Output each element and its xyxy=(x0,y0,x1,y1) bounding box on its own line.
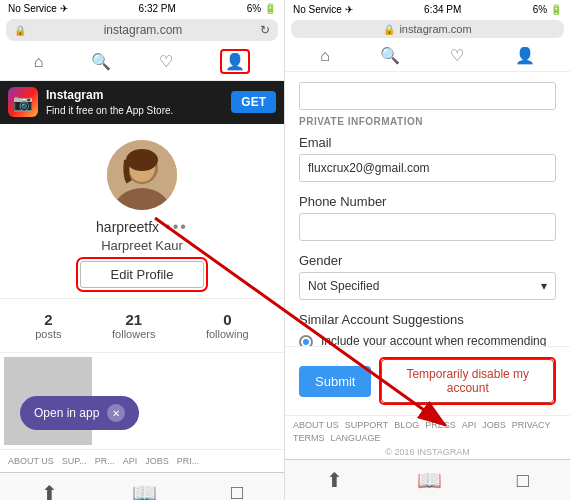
stats-row: 2 posts 21 followers 0 following xyxy=(0,298,284,353)
r-privacy-link[interactable]: PRIVACY xyxy=(512,420,551,430)
edit-profile-button[interactable]: Edit Profile xyxy=(80,261,205,288)
right-status-signal: No Service ✈ xyxy=(293,4,353,15)
left-nav-bar: ⌂ 🔍 ♡ 👤 xyxy=(0,43,284,81)
get-app-button[interactable]: GET xyxy=(231,91,276,113)
r-api-link[interactable]: API xyxy=(462,420,477,430)
left-status-battery: 6% 🔋 xyxy=(247,3,276,14)
privacy-link[interactable]: PR... xyxy=(95,456,115,466)
left-status-time: 6:32 PM xyxy=(139,3,176,14)
chevron-down-icon: ▾ xyxy=(541,279,547,293)
right-bottom-tab-bar: ⬆ 📖 □ xyxy=(285,459,570,500)
right-home-icon[interactable]: ⌂ xyxy=(320,47,330,65)
right-profile-icon[interactable]: 👤 xyxy=(515,46,535,65)
r-about-link[interactable]: ABOUT US xyxy=(293,420,339,430)
posts-count: 2 xyxy=(35,311,61,328)
r-press-link[interactable]: PRESS xyxy=(425,420,456,430)
support-link[interactable]: SUP... xyxy=(62,456,87,466)
following-stat: 0 following xyxy=(206,311,249,340)
username-row: harpreetfx ••• xyxy=(96,218,188,236)
posts-stat: 2 posts xyxy=(35,311,61,340)
following-label: following xyxy=(206,328,249,340)
suggestion-text: Include your account when recommending s… xyxy=(321,333,556,346)
right-share-icon[interactable]: ⬆ xyxy=(326,468,343,492)
right-footer: ABOUT US SUPPORT BLOG PRESS API JOBS PRI… xyxy=(285,415,570,445)
app-store-banner: 📷 Instagram Find it free on the App Stor… xyxy=(0,81,284,124)
right-nav-bar: ⌂ 🔍 ♡ 👤 xyxy=(285,40,570,72)
tabs-icon[interactable]: □ xyxy=(231,481,243,500)
followers-count: 21 xyxy=(112,311,155,328)
right-address-text: instagram.com xyxy=(399,23,471,35)
followers-stat: 21 followers xyxy=(112,311,155,340)
right-panel: No Service ✈ 6:34 PM 6% 🔋 🔒 instagram.co… xyxy=(285,0,570,500)
privacy2-link[interactable]: PRI... xyxy=(177,456,200,466)
app-name: Instagram xyxy=(46,87,223,104)
phone-input[interactable] xyxy=(299,213,556,241)
left-status-signal: No Service ✈ xyxy=(8,3,68,14)
r-language-link[interactable]: LANGUAGE xyxy=(331,433,381,443)
gender-select[interactable]: Not Specified ▾ xyxy=(299,272,556,300)
right-bookmarks-icon[interactable]: 📖 xyxy=(417,468,442,492)
gender-label: Gender xyxy=(299,253,556,268)
suggestion-radio[interactable] xyxy=(299,335,313,346)
posts-label: posts xyxy=(35,328,61,340)
following-count: 0 xyxy=(206,311,249,328)
jobs-link[interactable]: JOBS xyxy=(145,456,169,466)
profile-icon[interactable]: 👤 xyxy=(220,49,250,74)
app-subtitle: Find it free on the App Store. xyxy=(46,104,223,118)
r-support-link[interactable]: SUPPORT xyxy=(345,420,388,430)
disable-account-button[interactable]: Temporarily disable my account xyxy=(381,359,554,403)
left-footer: ABOUT US SUP... PR... API JOBS PRI... xyxy=(0,449,284,472)
right-status-bar: No Service ✈ 6:34 PM 6% 🔋 xyxy=(285,0,570,18)
instagram-icon: 📷 xyxy=(8,87,38,117)
email-label: Email xyxy=(299,135,556,150)
svg-point-4 xyxy=(126,149,158,171)
open-in-app-toast[interactable]: Open in app ✕ xyxy=(20,396,139,430)
footer-copyright: © 2016 INSTAGRAM xyxy=(285,445,570,459)
home-icon[interactable]: ⌂ xyxy=(34,53,44,71)
right-heart-icon[interactable]: ♡ xyxy=(450,46,464,65)
disable-btn-wrapper: Temporarily disable my account xyxy=(379,357,556,405)
section-label: PRIVATE INFORMATION xyxy=(299,116,556,127)
app-banner-text: Instagram Find it free on the App Store. xyxy=(46,87,223,118)
right-lock-icon: 🔒 xyxy=(383,24,395,35)
action-row: Submit Temporarily disable my account xyxy=(285,346,570,415)
right-tabs-icon[interactable]: □ xyxy=(517,469,529,492)
left-bottom-tab-bar: ⬆ 📖 □ xyxy=(0,472,284,500)
phone-label: Phone Number xyxy=(299,194,556,209)
followers-label: followers xyxy=(112,328,155,340)
left-address-text: instagram.com xyxy=(104,23,183,37)
display-name: Harpreet Kaur xyxy=(101,238,183,253)
options-dots[interactable]: ••• xyxy=(165,218,188,236)
left-status-bar: No Service ✈ 6:32 PM 6% 🔋 xyxy=(0,0,284,17)
right-status-time: 6:34 PM xyxy=(424,4,461,15)
reload-icon[interactable]: ↻ xyxy=(260,23,270,37)
suggestions-heading: Similar Account Suggestions xyxy=(299,312,556,327)
share-icon[interactable]: ⬆ xyxy=(41,481,58,500)
right-search-icon[interactable]: 🔍 xyxy=(380,46,400,65)
top-input[interactable] xyxy=(299,82,556,110)
gender-value: Not Specified xyxy=(308,279,379,293)
close-toast-button[interactable]: ✕ xyxy=(107,404,125,422)
left-address-bar[interactable]: 🔒 instagram.com ↻ xyxy=(6,19,278,41)
search-icon[interactable]: 🔍 xyxy=(91,52,111,71)
email-input[interactable] xyxy=(299,154,556,182)
avatar xyxy=(107,140,177,210)
r-blog-link[interactable]: BLOG xyxy=(394,420,419,430)
form-content: PRIVATE INFORMATION Email Phone Number G… xyxy=(285,72,570,346)
about-link[interactable]: ABOUT US xyxy=(8,456,54,466)
r-jobs-link[interactable]: JOBS xyxy=(482,420,506,430)
heart-icon[interactable]: ♡ xyxy=(159,52,173,71)
profile-section: harpreetfx ••• Harpreet Kaur Edit Profil… xyxy=(0,124,284,298)
suggestions-section: Similar Account Suggestions Include your… xyxy=(299,312,556,346)
open-in-app-label: Open in app xyxy=(34,406,99,420)
r-terms-link[interactable]: TERMS xyxy=(293,433,325,443)
username: harpreetfx xyxy=(96,219,159,235)
bookmarks-icon[interactable]: 📖 xyxy=(132,481,157,500)
right-address-bar[interactable]: 🔒 instagram.com xyxy=(291,20,564,38)
api-link[interactable]: API xyxy=(123,456,138,466)
right-status-battery: 6% 🔋 xyxy=(533,4,562,15)
suggestion-row: Include your account when recommending s… xyxy=(299,333,556,346)
lock-icon: 🔒 xyxy=(14,25,26,36)
submit-button[interactable]: Submit xyxy=(299,366,371,397)
